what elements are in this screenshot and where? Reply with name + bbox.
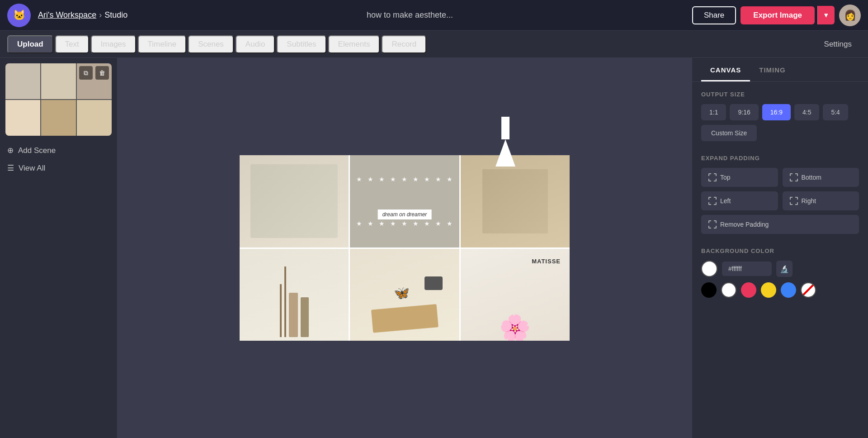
title-area [135,10,685,20]
thumb-cell-4 [5,100,40,136]
view-all-label: View All [19,164,45,173]
collage-cell-5: 🦋 [350,249,459,341]
collage-cell-1 [240,155,349,248]
sidebar: ⧉ 🗑 ⊕ Add Scene ☰ View All [0,58,118,438]
preset-colors [701,282,859,298]
color-swatch-preview[interactable] [701,261,717,277]
size-btn-1x1[interactable]: 1:1 [701,104,726,120]
workspace-link[interactable]: Ari's Workspace [38,10,96,20]
thumb-cell-2 [41,63,76,99]
padding-left-label: Left [720,197,731,205]
canvas-area[interactable]: ★★★ ★★★ ★★★ ★★★ ★★★ ★★★ dream on dreamer [118,58,692,438]
sidebar-actions: ⊕ Add Scene ☰ View All [5,143,112,176]
size-btn-9x16[interactable]: 9:16 [730,104,758,120]
preset-black[interactable] [701,282,717,298]
padding-right-button[interactable]: Right [783,191,859,210]
export-button[interactable]: Export Image [741,6,815,24]
size-btn-5x4[interactable]: 5:4 [823,104,848,120]
list-icon: ☰ [7,163,14,173]
padding-bottom-icon [790,173,798,181]
preset-red[interactable] [741,282,756,298]
custom-size-button[interactable]: Custom Size [701,125,757,141]
logo-icon: 🐱 [13,10,25,21]
thumb-cell-5 [41,100,76,136]
expand-padding-title: EXPAND PADDING [701,155,859,162]
nav-item-scenes[interactable]: Scenes [188,35,234,53]
logo[interactable]: 🐱 [7,4,31,27]
tab-timing[interactable]: TIMING [750,58,795,81]
delete-scene-button[interactable]: 🗑 [95,66,109,80]
background-color-section: BACKGROUND COLOR 🔬 [692,243,868,307]
collage-cell-4 [240,249,349,341]
title-input[interactable] [338,10,482,20]
dream-label: dream on dreamer [378,209,432,219]
padding-right-icon [790,197,798,205]
scene-card-actions: ⧉ 🗑 [79,66,109,80]
padding-top-button[interactable]: Top [701,168,778,187]
padding-bottom-button[interactable]: Bottom [783,168,859,187]
collage-cell-3 [461,155,570,248]
workspace-breadcrumb: Ari's Workspace › Studio [38,10,127,20]
padding-bottom-label: Bottom [802,174,821,181]
copy-scene-button[interactable]: ⧉ [79,66,93,80]
bg-color-row: 🔬 [701,261,859,277]
thumb-cell-1 [5,63,40,99]
padding-right-label: Right [802,197,816,205]
nav-item-record[interactable]: Record [382,35,426,53]
avatar[interactable]: 👩 [839,5,861,26]
padding-top-label: Top [720,174,731,181]
padding-grid: Top Bottom Left Right [701,168,859,210]
preset-blue[interactable] [781,282,796,298]
add-scene-button[interactable]: ⊕ Add Scene [5,143,112,158]
arrow-tooltip [495,117,515,167]
view-all-button[interactable]: ☰ View All [5,161,112,176]
nav-item-elements[interactable]: Elements [328,35,380,53]
nav-item-audio[interactable]: Audio [236,35,275,53]
panel-tabs: CANVAS TIMING [692,58,868,82]
eyedropper-button[interactable]: 🔬 [776,261,793,277]
canvas-collage: ★★★ ★★★ ★★★ ★★★ ★★★ ★★★ dream on dreamer [240,155,570,341]
arrow-up [495,139,515,167]
preset-none[interactable] [801,282,816,298]
topbar-actions: Share Export Image ▾ 👩 [692,5,861,26]
nav-item-timeline[interactable]: Timeline [138,35,187,53]
padding-left-icon [708,197,717,205]
size-btn-4x5[interactable]: 4:5 [794,104,819,120]
padding-left-button[interactable]: Left [701,191,778,210]
collage-cell-2: ★★★ ★★★ ★★★ ★★★ ★★★ ★★★ dream on dreamer [350,155,459,248]
nav-item-images[interactable]: Images [91,35,136,53]
color-hex-input[interactable] [722,262,772,276]
remove-padding-button[interactable]: Remove Padding [701,215,859,234]
output-size-section: OUTPUT SIZE 1:1 9:16 16:9 4:5 5:4 Custom… [692,82,868,146]
nav-item-subtitles[interactable]: Subtitles [277,35,326,53]
topbar: 🐱 Ari's Workspace › Studio Share Export … [0,0,868,31]
output-size-title: OUTPUT SIZE [701,91,859,98]
settings-link[interactable]: Settings [815,36,861,52]
right-panel: CANVAS TIMING OUTPUT SIZE 1:1 9:16 16:9 … [692,58,868,438]
nav-item-text[interactable]: Text [55,35,89,53]
share-button[interactable]: Share [692,6,736,24]
breadcrumb-separator: › [99,10,102,20]
preset-white[interactable] [721,282,736,298]
bg-color-title: BACKGROUND COLOR [701,248,859,254]
arrow-shaft [501,117,509,139]
thumb-cell-6 [77,100,112,136]
preset-yellow[interactable] [761,282,776,298]
tab-canvas[interactable]: CANVAS [701,58,750,81]
main-layout: ⧉ 🗑 ⊕ Add Scene ☰ View All [0,58,868,438]
add-scene-label: Add Scene [18,146,56,155]
stars-overlay: ★★★ ★★★ ★★★ ★★★ ★★★ ★★★ [350,155,459,248]
size-options: 1:1 9:16 16:9 4:5 5:4 [701,104,859,120]
size-btn-16x9[interactable]: 16:9 [762,104,791,120]
add-icon: ⊕ [7,146,14,155]
collage-cell-6: 🌸 MATISSE [461,249,570,341]
nav-item-upload[interactable]: Upload [7,35,53,53]
scene-card: ⧉ 🗑 [5,63,112,136]
studio-label: Studio [104,10,127,20]
remove-padding-label: Remove Padding [720,221,769,228]
export-chevron-button[interactable]: ▾ [817,6,835,24]
eyedropper-icon: 🔬 [780,265,789,273]
navbar: Upload Text Images Timeline Scenes Audio… [0,31,868,58]
padding-top-icon [708,173,717,181]
matisse-label: MATISSE [532,258,561,265]
